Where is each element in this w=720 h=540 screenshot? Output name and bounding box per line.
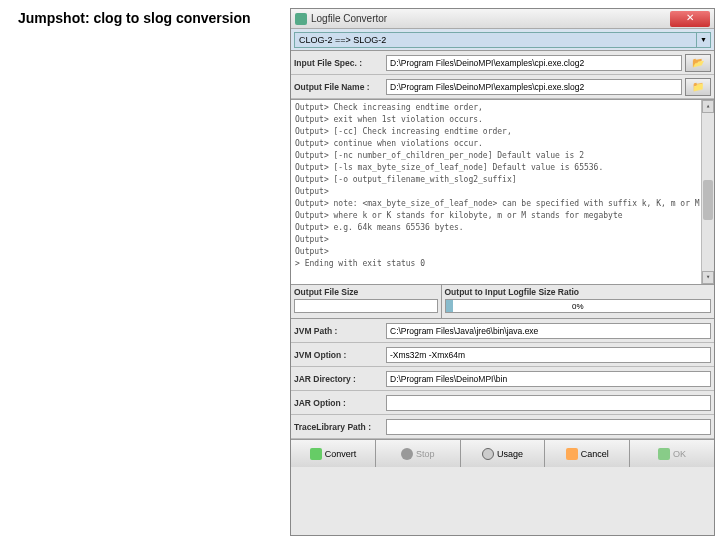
cancel-icon (566, 448, 578, 460)
ratio-label: Output to Input Logfile Size Ratio (445, 287, 712, 297)
button-row: Convert Stop Usage Cancel OK (291, 439, 714, 467)
log-line: Output> e.g. 64k means 65536 bytes. (295, 222, 710, 234)
folder-open-icon: 📂 (692, 57, 704, 68)
ok-icon (658, 448, 670, 460)
jvm-path-row: JVM Path : C:\Program Files\Java\jre6\bi… (291, 319, 714, 343)
log-line: Output> (295, 234, 710, 246)
log-line: Output> [-nc number_of_children_per_node… (295, 150, 710, 162)
close-button[interactable]: ✕ (670, 11, 710, 27)
window-title: Logfile Convertor (311, 13, 670, 24)
jvm-option-row: JVM Option : -Xms32m -Xmx64m (291, 343, 714, 367)
convert-icon (310, 448, 322, 460)
input-file-row: Input File Spec. : D:\Program Files\Dein… (291, 51, 714, 75)
stop-label: Stop (416, 449, 435, 459)
log-line: Output> (295, 246, 710, 258)
conversion-type-combo[interactable]: CLOG-2 ==> SLOG-2 (294, 32, 697, 48)
output-scrollbar[interactable]: ▴ ▾ (701, 100, 714, 284)
scroll-thumb[interactable] (703, 180, 713, 220)
jvm-path-label: JVM Path : (294, 326, 386, 336)
output-size-box: Output File Size (291, 285, 442, 318)
convert-label: Convert (325, 449, 357, 459)
trace-lib-label: TraceLibrary Path : (294, 422, 386, 432)
usage-label: Usage (497, 449, 523, 459)
output-file-row: Output File Name : D:\Program Files\Dein… (291, 75, 714, 99)
ok-button[interactable]: OK (630, 440, 714, 467)
trace-lib-row: TraceLibrary Path : (291, 415, 714, 439)
output-file-label: Output File Name : (294, 82, 386, 92)
jar-option-row: JAR Option : (291, 391, 714, 415)
log-line: Output> where k or K stands for kilobyte… (295, 210, 710, 222)
ratio-box: Output to Input Logfile Size Ratio 0% (442, 285, 715, 318)
scroll-down-button[interactable]: ▾ (702, 271, 714, 284)
convertor-window: Logfile Convertor ✕ CLOG-2 ==> SLOG-2 ▼ … (290, 8, 715, 536)
cancel-label: Cancel (581, 449, 609, 459)
log-line: Output> continue when violations occur. (295, 138, 710, 150)
jar-dir-label: JAR Directory : (294, 374, 386, 384)
cancel-button[interactable]: Cancel (545, 440, 630, 467)
jar-option-field[interactable] (386, 395, 711, 411)
stop-button[interactable]: Stop (376, 440, 461, 467)
chevron-down-icon[interactable]: ▼ (697, 32, 711, 48)
browse-input-button[interactable]: 📂 (685, 54, 711, 72)
ok-label: OK (673, 449, 686, 459)
progress-text: 0% (446, 302, 711, 311)
log-output-area[interactable]: Output> Check increasing endtime order,O… (291, 99, 714, 285)
titlebar[interactable]: Logfile Convertor ✕ (291, 9, 714, 29)
jar-dir-row: JAR Directory : D:\Program Files\DeinoMP… (291, 367, 714, 391)
convert-button[interactable]: Convert (291, 440, 376, 467)
log-line: Output> note: <max_byte_size_of_leaf_nod… (295, 198, 710, 210)
jar-dir-field[interactable]: D:\Program Files\DeinoMPI\bin (386, 371, 711, 387)
output-file-field[interactable]: D:\Program Files\DeinoMPI\examples\cpi.e… (386, 79, 682, 95)
output-size-field (294, 299, 438, 313)
conversion-type-row: CLOG-2 ==> SLOG-2 ▼ (291, 29, 714, 51)
help-icon (482, 448, 494, 460)
input-file-label: Input File Spec. : (294, 58, 386, 68)
page-title: Jumpshot: clog to slog conversion (18, 10, 251, 26)
log-line: Output> [-o output_filename_with_slog2_s… (295, 174, 710, 186)
log-line: Output> exit when 1st violation occurs. (295, 114, 710, 126)
browse-output-button[interactable]: 📁 (685, 78, 711, 96)
scroll-up-button[interactable]: ▴ (702, 100, 714, 113)
jar-option-label: JAR Option : (294, 398, 386, 408)
app-icon (295, 13, 307, 25)
trace-lib-field[interactable] (386, 419, 711, 435)
jvm-option-label: JVM Option : (294, 350, 386, 360)
usage-button[interactable]: Usage (461, 440, 546, 467)
stats-row: Output File Size Output to Input Logfile… (291, 285, 714, 319)
folder-save-icon: 📁 (692, 81, 704, 92)
input-file-field[interactable]: D:\Program Files\DeinoMPI\examples\cpi.e… (386, 55, 682, 71)
log-line: Output> (295, 186, 710, 198)
jvm-option-field[interactable]: -Xms32m -Xmx64m (386, 347, 711, 363)
log-line: > Ending with exit status 0 (295, 258, 710, 270)
output-size-label: Output File Size (294, 287, 438, 297)
log-line: Output> [-cc] Check increasing endtime o… (295, 126, 710, 138)
stop-icon (401, 448, 413, 460)
log-line: Output> [-ls max_byte_size_of_leaf_node]… (295, 162, 710, 174)
ratio-progress: 0% (445, 299, 712, 313)
log-line: Output> Check increasing endtime order, (295, 102, 710, 114)
jvm-path-field[interactable]: C:\Program Files\Java\jre6\bin\java.exe (386, 323, 711, 339)
